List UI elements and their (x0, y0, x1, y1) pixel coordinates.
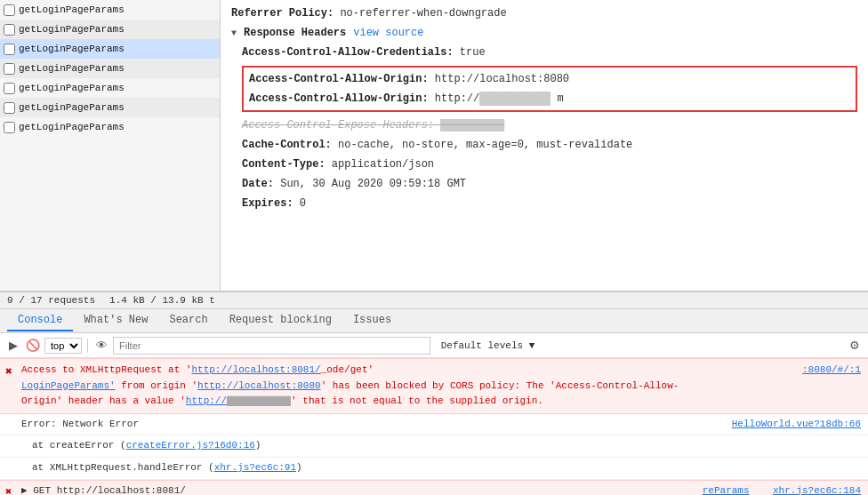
console-tabs: ConsoleWhat's NewSearchRequest blockingI… (0, 308, 868, 333)
network-item-name-2: getLoginPageParams (19, 44, 125, 54)
date-name: Date: (242, 178, 274, 190)
referrer-value: no-referrer-when-downgrade (340, 7, 506, 20)
network-item-6[interactable]: getLoginPageParams (0, 117, 220, 137)
aceh-text: Access-Control-Expose-Headers: (242, 119, 440, 132)
cors-url-path: _ode/get (321, 364, 368, 375)
settings-icon[interactable]: ⚙ (847, 338, 863, 354)
get-text: ▶ GET http://localhost:8081/ (21, 483, 186, 495)
cache-control-row: Cache-Control: no-cache, no-store, max-a… (231, 135, 857, 155)
at-create-text: at createError (createError.js?16d0:16) (32, 440, 261, 451)
acac-value: true (460, 46, 486, 59)
eye-button[interactable]: 👁 (93, 338, 109, 354)
at-xml-text: at XMLHttpRequest.handleError (xhr.js?ec… (32, 462, 302, 473)
acac-row: Access-Control-Allow-Credentials: true (231, 43, 857, 62)
network-checkbox-1[interactable] (4, 24, 15, 36)
cors-login-link[interactable]: LoginPageParams' (21, 380, 116, 391)
date-value: Sun, 30 Aug 2020 09:59:18 GMT (280, 178, 466, 190)
status-bar: 9 / 17 requests 1.4 kB / 13.9 kB t (0, 291, 868, 308)
referrer-row: Referrer Policy: no-referrer-when-downgr… (231, 5, 857, 21)
response-headers-label: Response Headers (244, 27, 346, 39)
cache-control-value: no-cache, no-store, max-age=0, must-reva… (338, 139, 632, 151)
network-item-name-5: getLoginPageParams (19, 102, 125, 113)
devtools-container: getLoginPageParamsgetLoginPageParamsgetL… (0, 0, 868, 495)
network-item-4[interactable]: getLoginPageParams (0, 78, 220, 98)
get-file-link[interactable]: xhr.js?ec6c:184 (773, 485, 861, 495)
console-output: ✖ Access to XMLHttpRequest at 'http://lo… (0, 358, 868, 495)
response-headers-title: ▼ Response Headers view source (231, 27, 857, 39)
network-error-text: Error: Network Error (21, 419, 139, 429)
network-item-2[interactable]: getLoginPageParams (0, 39, 220, 59)
toolbar-divider (87, 339, 88, 353)
network-checkbox-0[interactable] (4, 4, 15, 16)
content-type-name: Content-Type: (242, 158, 326, 171)
tab-request-blocking[interactable]: Request blocking (219, 310, 342, 331)
acao-value-2: http:// (435, 92, 479, 105)
default-levels[interactable]: Default levels ▼ (441, 340, 535, 351)
cors-error-text: Access to XMLHttpRequest at 'http://loca… (21, 364, 679, 406)
network-checkbox-3[interactable] (4, 63, 15, 75)
network-checkbox-4[interactable] (4, 83, 15, 94)
get-error-row: ✖ ▶ GET http://localhost:8081/ reParams … (0, 480, 868, 495)
acao-name-2: Access-Control-Allow-Origin: (249, 92, 429, 105)
console-toolbar: ▶ 🚫 top 👁 Default levels ▼ ⚙ (0, 333, 868, 358)
get-right-ref: reParams xhr.js?ec6c:184 (703, 483, 861, 495)
acac-name: Access-Control-Allow-Credentials: (242, 46, 454, 59)
network-item-name-0: getLoginPageParams (19, 4, 125, 15)
network-item-name-6: getLoginPageParams (19, 122, 125, 132)
cors-blurred-link[interactable]: http:// (186, 395, 227, 406)
network-error-row: Error: Network Error HelloWorld.vue?18db… (0, 414, 868, 436)
referrer-label: Referrer Policy: (231, 7, 334, 20)
acao-blurred-2: ██████████ (479, 92, 551, 107)
cors-file-ref[interactable]: :8080/#/:1 (802, 363, 861, 379)
tab-what's-new[interactable]: What's New (73, 310, 158, 331)
clear-button[interactable]: 🚫 (25, 338, 41, 354)
acao-name-1: Access-Control-Allow-Origin: (249, 73, 429, 85)
get-params-link[interactable]: reParams (703, 485, 750, 495)
tab-search[interactable]: Search (158, 310, 218, 331)
bottom-panel: ConsoleWhat's NewSearchRequest blockingI… (0, 308, 868, 495)
expires-name: Expires: (242, 197, 293, 210)
network-checkbox-5[interactable] (4, 102, 15, 114)
cors-error-row: ✖ Access to XMLHttpRequest at 'http://lo… (0, 358, 868, 414)
tab-console[interactable]: Console (7, 310, 73, 331)
network-item-name-1: getLoginPageParams (19, 24, 125, 35)
request-count: 9 / 17 requests (7, 295, 95, 306)
headers-panel: Referrer Policy: no-referrer-when-downgr… (221, 0, 868, 291)
network-item-name-3: getLoginPageParams (19, 63, 125, 74)
content-type-row: Content-Type: application/json (231, 155, 857, 174)
network-list: getLoginPageParamsgetLoginPageParamsgetL… (0, 0, 221, 291)
network-item-1[interactable]: getLoginPageParams (0, 20, 220, 39)
highlighted-box: Access-Control-Allow-Origin: http://loca… (242, 66, 857, 112)
acao-m: m (551, 92, 563, 105)
network-item-5[interactable]: getLoginPageParams (0, 98, 220, 117)
get-url-link[interactable]: http://localhost:8081/ (57, 485, 186, 495)
create-error-link[interactable]: createError.js?16d0:16 (126, 440, 255, 451)
tab-issues[interactable]: Issues (342, 310, 402, 331)
cors-origin-link[interactable]: http://localhost:8080 (197, 380, 321, 391)
cors-blurred-value: ████████████ (227, 396, 291, 406)
network-item-name-4: getLoginPageParams (19, 83, 125, 93)
network-item-0[interactable]: getLoginPageParams (0, 0, 220, 20)
acao-row-1: Access-Control-Allow-Origin: http://loca… (249, 69, 850, 89)
cache-control-name: Cache-Control: (242, 139, 332, 151)
expires-value: 0 (300, 197, 306, 210)
at-create-row: at createError (createError.js?16d0:16) (0, 435, 868, 458)
execute-button[interactable]: ▶ (5, 338, 21, 354)
collapse-triangle[interactable]: ▼ (231, 28, 237, 38)
network-item-3[interactable]: getLoginPageParams (0, 59, 220, 78)
view-source-link[interactable]: view source (353, 27, 423, 39)
filter-input[interactable] (113, 337, 430, 355)
cors-url-link[interactable]: http://localhost:8081/ (191, 364, 320, 375)
get-error-icon: ✖ (5, 484, 12, 495)
top-panel: getLoginPageParamsgetLoginPageParamsgetL… (0, 0, 868, 291)
context-select[interactable]: top (44, 338, 82, 354)
aceh-blurred: ██████████ (440, 119, 504, 132)
helloworld-ref[interactable]: HelloWorld.vue?18db:66 (732, 417, 861, 433)
transfer-size: 1.4 kB / 13.9 kB t (109, 295, 215, 306)
network-checkbox-2[interactable] (4, 44, 15, 55)
content-type-value: application/json (332, 158, 434, 171)
date-row: Date: Sun, 30 Aug 2020 09:59:18 GMT (231, 174, 857, 194)
expires-row: Expires: 0 (231, 194, 857, 213)
network-checkbox-6[interactable] (4, 122, 15, 133)
xhr-link[interactable]: xhr.js?ec6c:91 (214, 462, 296, 473)
